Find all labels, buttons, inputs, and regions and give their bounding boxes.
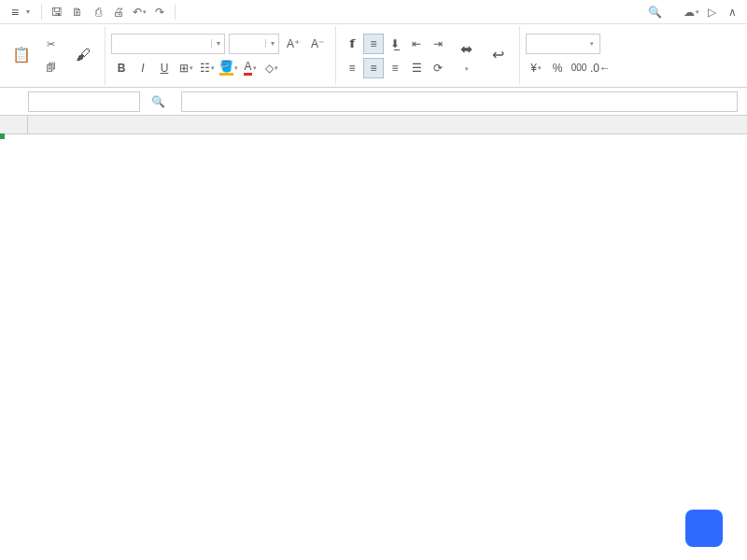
alignment-group: ⬆̄ ≡ ⬇̲ ⇤ ⇥ ≡ ≡ ≡ ☰ ⟳ ⬌ ▾ ↩ xyxy=(342,26,520,85)
align-left-button[interactable]: ≡ xyxy=(342,58,362,78)
decrease-decimal-button[interactable]: .0← xyxy=(590,58,611,78)
cloud-icon[interactable]: ☁▾ xyxy=(682,3,700,21)
wrap-icon: ↩ xyxy=(487,45,508,65)
chevron-down-icon: ▾ xyxy=(590,40,594,48)
number-group: ▾ ¥▾ % 000 .0← xyxy=(526,26,618,85)
select-all-corner[interactable] xyxy=(0,116,28,133)
watermark xyxy=(685,510,730,547)
merge-center-button[interactable]: ⬌ ▾ xyxy=(452,35,480,77)
collapse-icon[interactable]: ∧ xyxy=(723,3,741,21)
align-right-button[interactable]: ≡ xyxy=(385,58,405,78)
divider xyxy=(41,5,42,20)
menubar: ≡ ▾ 🖫 🗎 ⎙ 🖨 ↶▾ ↷ 🔍 ☁▾ ▷ ∧ xyxy=(0,0,747,24)
border-button[interactable]: ⊞▾ xyxy=(176,58,196,78)
paste-icon: 📋 xyxy=(11,45,32,65)
orientation-button[interactable]: ⟳ xyxy=(428,58,448,78)
fill-color-button[interactable]: 🪣▾ xyxy=(218,58,239,78)
print-icon[interactable]: ⎙ xyxy=(89,3,107,21)
currency-button[interactable]: ¥▾ xyxy=(526,58,546,78)
undo-icon[interactable]: ↶▾ xyxy=(130,3,148,21)
column-headers xyxy=(0,116,747,134)
underline-button[interactable]: U xyxy=(154,58,175,78)
clear-format-button[interactable]: ◇▾ xyxy=(261,58,282,78)
align-bottom-button[interactable]: ⬇̲ xyxy=(385,34,405,54)
font-group: ▾ ▾ A⁺ A⁻ B I U ⊞▾ ☷▾ 🪣▾ A▾ ◇▾ xyxy=(111,26,336,85)
copy-button[interactable]: 🗐 xyxy=(39,58,65,77)
name-box[interactable] xyxy=(28,91,140,112)
font-size-select[interactable]: ▾ xyxy=(229,34,279,54)
triangle-icon[interactable]: ▷ xyxy=(702,3,721,21)
search-icon: 🔍 xyxy=(648,6,662,19)
cell-cursor xyxy=(0,134,4,138)
italic-button[interactable]: I xyxy=(133,58,153,78)
comma-button[interactable]: 000 xyxy=(569,58,589,78)
spreadsheet-grid xyxy=(0,116,747,134)
increase-font-button[interactable]: A⁺ xyxy=(283,34,303,54)
indent-decrease-button[interactable]: ⇤ xyxy=(406,34,427,54)
save-icon[interactable]: 🖫 xyxy=(48,3,66,21)
decrease-font-button[interactable]: A⁻ xyxy=(307,34,328,54)
divider xyxy=(175,5,176,20)
scissors-icon: ✂ xyxy=(43,37,58,52)
wrap-text-button[interactable]: ↩ xyxy=(484,41,512,71)
formula-bar: 🔍 xyxy=(0,88,747,116)
font-name-select[interactable]: ▾ xyxy=(111,34,225,54)
wps-logo-icon xyxy=(685,510,723,547)
formula-input[interactable] xyxy=(181,91,738,112)
cut-button[interactable]: ✂ xyxy=(39,35,65,54)
chevron-down-icon: ▾ xyxy=(211,39,224,48)
align-center-button[interactable]: ≡ xyxy=(363,58,384,78)
indent-increase-button[interactable]: ⇥ xyxy=(428,34,448,54)
redo-icon[interactable]: ↷ xyxy=(150,3,169,21)
clipboard-group: 📋 ✂ 🗐 🖌 xyxy=(7,26,106,85)
print-preview-icon[interactable]: 🖨 xyxy=(109,3,128,21)
merge-icon: ⬌ xyxy=(456,39,476,60)
search-button[interactable]: 🔍 xyxy=(648,6,665,19)
paste-button[interactable]: 📋 xyxy=(7,41,35,71)
align-top-button[interactable]: ⬆̄ xyxy=(342,34,362,54)
hamburger-icon: ≡ xyxy=(11,5,19,20)
distribute-button[interactable]: ☰ xyxy=(406,58,427,78)
file-menu[interactable]: ≡ ▾ xyxy=(6,3,35,21)
font-color-button[interactable]: A▾ xyxy=(240,58,261,78)
format-painter-button[interactable]: 🖌 xyxy=(69,41,97,71)
align-middle-button[interactable]: ≡ xyxy=(363,34,384,54)
percent-button[interactable]: % xyxy=(547,58,568,78)
copy-icon: 🗐 xyxy=(43,60,58,75)
save-as-icon[interactable]: 🗎 xyxy=(68,3,87,21)
chevron-down-icon: ▾ xyxy=(265,39,278,48)
chevron-down-icon: ▾ xyxy=(26,7,30,16)
bold-button[interactable]: B xyxy=(111,58,132,78)
brush-icon: 🖌 xyxy=(73,45,93,65)
fill-menu[interactable]: ☷▾ xyxy=(197,58,218,78)
ribbon: 📋 ✂ 🗐 🖌 ▾ ▾ A⁺ A⁻ xyxy=(0,24,747,88)
number-format-select[interactable]: ▾ xyxy=(526,34,600,54)
cancel-icon[interactable]: 🔍 xyxy=(149,93,166,110)
